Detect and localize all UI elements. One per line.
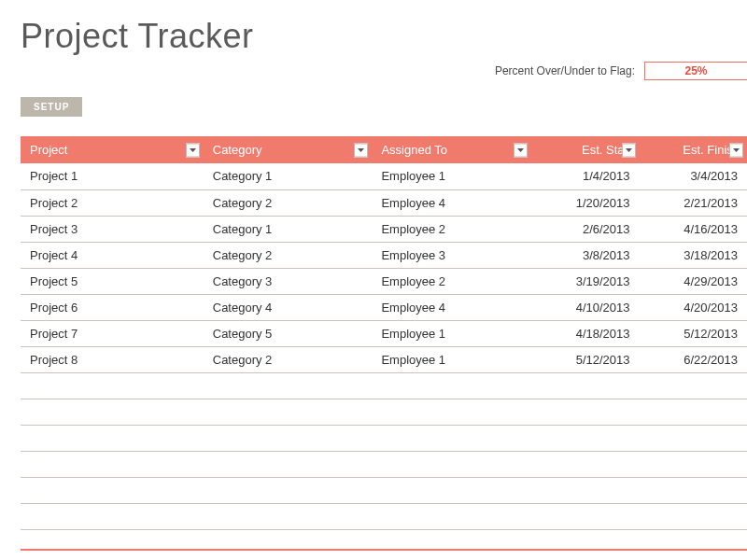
cell-assigned[interactable]: Employee 4 <box>372 294 531 320</box>
footer-rule <box>21 549 747 551</box>
table-row[interactable]: Project 4Category 2Employee 33/8/20133/1… <box>21 242 747 268</box>
cell-project[interactable]: Project 7 <box>21 320 204 346</box>
table-row[interactable]: Project 6Category 4Employee 44/10/20134/… <box>21 294 747 320</box>
cell-empty[interactable] <box>531 477 639 503</box>
cell-est_start[interactable]: 4/10/2013 <box>531 294 639 320</box>
cell-empty[interactable] <box>640 503 747 529</box>
cell-est_finish[interactable]: 4/29/2013 <box>640 268 747 294</box>
cell-assigned[interactable]: Employee 1 <box>372 163 531 189</box>
cell-est_finish[interactable]: 5/12/2013 <box>640 320 747 346</box>
cell-empty[interactable] <box>21 503 204 529</box>
cell-assigned[interactable]: Employee 1 <box>372 320 531 346</box>
filter-dropdown-icon[interactable] <box>622 143 636 157</box>
cell-empty[interactable] <box>372 425 531 451</box>
cell-empty[interactable] <box>204 477 373 503</box>
cell-empty[interactable] <box>204 425 373 451</box>
cell-empty[interactable] <box>640 425 747 451</box>
cell-category[interactable]: Category 4 <box>204 294 373 320</box>
col-header-project[interactable]: Project <box>21 136 204 163</box>
table-row-empty[interactable] <box>21 399 747 425</box>
flag-label: Percent Over/Under to Flag: <box>495 64 635 77</box>
table-row[interactable]: Project 3Category 1Employee 22/6/20134/1… <box>21 216 747 242</box>
col-header-assigned[interactable]: Assigned To <box>372 136 531 163</box>
cell-est_finish[interactable]: 6/22/2013 <box>640 346 747 372</box>
filter-dropdown-icon[interactable] <box>729 143 743 157</box>
filter-dropdown-icon[interactable] <box>354 143 368 157</box>
cell-category[interactable]: Category 5 <box>204 320 373 346</box>
table-row-empty[interactable] <box>21 477 747 503</box>
cell-empty[interactable] <box>204 451 373 477</box>
cell-empty[interactable] <box>531 503 639 529</box>
cell-est_start[interactable]: 2/6/2013 <box>531 216 639 242</box>
cell-empty[interactable] <box>640 399 747 425</box>
cell-empty[interactable] <box>204 503 373 529</box>
cell-assigned[interactable]: Employee 3 <box>372 242 531 268</box>
cell-empty[interactable] <box>640 372 747 399</box>
table-row[interactable]: Project 5Category 3Employee 23/19/20134/… <box>21 268 747 294</box>
cell-project[interactable]: Project 8 <box>21 346 204 372</box>
table-row[interactable]: Project 2Category 2Employee 41/20/20132/… <box>21 189 747 216</box>
cell-empty[interactable] <box>204 399 373 425</box>
cell-category[interactable]: Category 3 <box>204 268 373 294</box>
col-header-category[interactable]: Category <box>204 136 373 163</box>
col-label: Category <box>213 143 262 157</box>
cell-project[interactable]: Project 5 <box>21 268 204 294</box>
cell-empty[interactable] <box>531 399 639 425</box>
cell-est_start[interactable]: 3/8/2013 <box>531 242 639 268</box>
cell-est_start[interactable]: 1/4/2013 <box>531 163 639 189</box>
flag-value-cell[interactable]: 25% <box>644 62 747 80</box>
cell-assigned[interactable]: Employee 2 <box>372 216 531 242</box>
cell-est_start[interactable]: 4/18/2013 <box>531 320 639 346</box>
table-row-empty[interactable] <box>21 372 747 399</box>
table-row[interactable]: Project 8Category 2Employee 15/12/20136/… <box>21 346 747 372</box>
cell-empty[interactable] <box>372 477 531 503</box>
cell-empty[interactable] <box>372 503 531 529</box>
col-header-est-finish[interactable]: Est. Finish <box>640 136 747 163</box>
table-row[interactable]: Project 7Category 5Employee 14/18/20135/… <box>21 320 747 346</box>
cell-est_finish[interactable]: 3/4/2013 <box>640 163 747 189</box>
cell-empty[interactable] <box>372 399 531 425</box>
cell-est_start[interactable]: 1/20/2013 <box>531 189 639 216</box>
filter-dropdown-icon[interactable] <box>186 143 200 157</box>
cell-empty[interactable] <box>21 451 204 477</box>
cell-empty[interactable] <box>21 399 204 425</box>
cell-est_finish[interactable]: 4/16/2013 <box>640 216 747 242</box>
cell-empty[interactable] <box>204 372 373 399</box>
table-row-empty[interactable] <box>21 451 747 477</box>
cell-category[interactable]: Category 2 <box>204 242 373 268</box>
cell-empty[interactable] <box>372 372 531 399</box>
cell-est_start[interactable]: 5/12/2013 <box>531 346 639 372</box>
cell-category[interactable]: Category 2 <box>204 189 373 216</box>
cell-empty[interactable] <box>640 477 747 503</box>
cell-empty[interactable] <box>531 425 639 451</box>
cell-project[interactable]: Project 3 <box>21 216 204 242</box>
cell-project[interactable]: Project 4 <box>21 242 204 268</box>
cell-est_finish[interactable]: 4/20/2013 <box>640 294 747 320</box>
cell-assigned[interactable]: Employee 2 <box>372 268 531 294</box>
cell-empty[interactable] <box>640 451 747 477</box>
cell-est_start[interactable]: 3/19/2013 <box>531 268 639 294</box>
setup-button[interactable]: SETUP <box>21 97 82 117</box>
filter-dropdown-icon[interactable] <box>514 143 528 157</box>
cell-empty[interactable] <box>21 477 204 503</box>
cell-est_finish[interactable]: 2/21/2013 <box>640 189 747 216</box>
cell-assigned[interactable]: Employee 4 <box>372 189 531 216</box>
cell-empty[interactable] <box>531 451 639 477</box>
cell-empty[interactable] <box>21 372 204 399</box>
table-row[interactable]: Project 1Category 1Employee 11/4/20133/4… <box>21 163 747 189</box>
cell-project[interactable]: Project 2 <box>21 189 204 216</box>
cell-empty[interactable] <box>372 451 531 477</box>
page-title: Project Tracker <box>0 0 747 56</box>
cell-category[interactable]: Category 1 <box>204 216 373 242</box>
table-row-empty[interactable] <box>21 425 747 451</box>
cell-project[interactable]: Project 1 <box>21 163 204 189</box>
cell-assigned[interactable]: Employee 1 <box>372 346 531 372</box>
cell-category[interactable]: Category 1 <box>204 163 373 189</box>
cell-empty[interactable] <box>21 425 204 451</box>
col-header-est-start[interactable]: Est. Start <box>531 136 639 163</box>
cell-est_finish[interactable]: 3/18/2013 <box>640 242 747 268</box>
cell-project[interactable]: Project 6 <box>21 294 204 320</box>
cell-category[interactable]: Category 2 <box>204 346 373 372</box>
table-row-empty[interactable] <box>21 503 747 529</box>
cell-empty[interactable] <box>531 372 639 399</box>
